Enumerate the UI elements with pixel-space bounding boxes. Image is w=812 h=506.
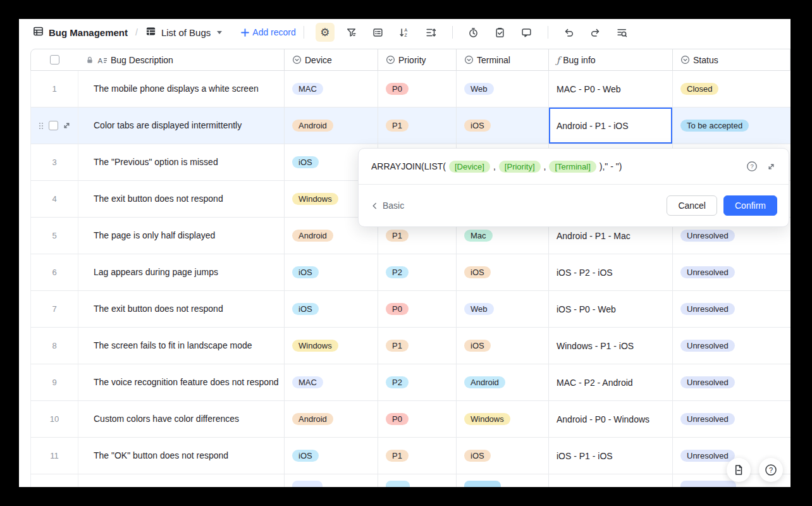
expand-icon[interactable] — [766, 162, 776, 171]
device-cell[interactable]: iOS — [284, 438, 378, 474]
device-cell[interactable]: Android — [284, 401, 378, 437]
device-cell[interactable]: Windows — [284, 328, 378, 364]
bug-description-cell[interactable]: The exit button does not respond — [78, 291, 284, 327]
status-cell[interactable]: To be accepted — [672, 108, 790, 144]
row-number-cell[interactable]: 8 — [31, 328, 78, 364]
header-select-all[interactable] — [31, 49, 78, 70]
table-row[interactable]: 6Lag appears during page jumpsiOSP2iOSiO… — [30, 254, 790, 291]
row-number-cell[interactable]: 10 — [31, 401, 78, 437]
row-number-cell[interactable]: 4 — [31, 181, 78, 217]
status-cell[interactable]: Unresolved — [672, 364, 790, 400]
priority-cell[interactable]: P1 — [378, 328, 456, 364]
table-row[interactable]: 1The mobile phone displays a white scree… — [30, 71, 790, 108]
status-cell[interactable]: Closed — [672, 71, 790, 107]
table-row[interactable]: 7The exit button does not respondiOSP0We… — [30, 291, 790, 328]
history-button[interactable] — [464, 23, 483, 42]
column-header-status[interactable]: Status — [672, 49, 790, 70]
priority-cell[interactable]: P0 — [378, 401, 456, 437]
terminal-cell[interactable]: Web — [456, 71, 548, 107]
device-cell[interactable]: iOS — [284, 291, 378, 327]
row-checkbox[interactable] — [49, 121, 58, 130]
formula-input[interactable]: ARRAYJOIN(LIST( [Device] , [Priority] , … — [359, 149, 789, 184]
select-all-checkbox[interactable] — [50, 55, 59, 65]
row-number-cell[interactable] — [31, 474, 78, 487]
terminal-cell[interactable]: Android — [456, 364, 548, 400]
terminal-cell[interactable]: iOS — [456, 438, 548, 474]
confirm-button[interactable]: Confirm — [723, 195, 777, 216]
row-number-cell[interactable]: 5 — [31, 218, 78, 254]
bug-info-cell[interactable]: iOS - P1 - iOS — [548, 438, 672, 474]
field-token-terminal[interactable]: [Terminal] — [549, 161, 596, 173]
bug-info-cell[interactable]: Windows - P1 - iOS — [548, 328, 672, 364]
column-header-priority[interactable]: Priority — [378, 49, 456, 70]
device-cell[interactable]: iOS — [284, 254, 378, 290]
expand-record-icon[interactable] — [62, 121, 71, 130]
back-to-basic-button[interactable]: Basic — [371, 201, 404, 211]
hide-fields-button[interactable] — [369, 23, 388, 42]
terminal-cell[interactable]: Web — [456, 291, 548, 327]
status-cell[interactable]: Unresolved — [672, 254, 790, 290]
priority-cell[interactable]: P2 — [378, 254, 456, 290]
templates-fab-button[interactable] — [727, 458, 751, 482]
bug-description-cell[interactable] — [78, 474, 284, 487]
field-token-priority[interactable]: [Priority] — [499, 161, 541, 173]
filter-button[interactable] — [342, 23, 361, 42]
priority-cell[interactable] — [378, 474, 456, 487]
table-row[interactable]: 11The "OK" button does not respondiOSP1i… — [30, 438, 790, 474]
bug-info-cell-selected[interactable]: Android - P1 - iOS — [548, 108, 672, 144]
device-cell[interactable]: MAC — [284, 71, 378, 107]
bug-info-cell[interactable]: MAC - P0 - Web — [548, 71, 672, 107]
table-row[interactable]: 9The voice recognition feature does not … — [30, 364, 790, 401]
table-row[interactable]: 10Custom colors have color differencesAn… — [30, 401, 790, 438]
device-cell[interactable] — [284, 474, 378, 487]
row-number-cell[interactable]: 3 — [31, 144, 78, 180]
undo-button[interactable] — [560, 23, 579, 42]
bug-info-cell[interactable] — [548, 474, 672, 487]
table-row[interactable] — [30, 474, 790, 487]
row-number-cell[interactable]: 6 — [31, 254, 78, 290]
form-button[interactable] — [491, 23, 510, 42]
redo-button[interactable] — [586, 23, 605, 42]
bug-description-cell[interactable]: Custom colors have color differences — [78, 401, 284, 437]
bug-description-cell[interactable]: The exit button does not respond — [78, 181, 284, 217]
bug-info-cell[interactable]: MAC - P2 - Android — [548, 364, 672, 400]
priority-cell[interactable]: P0 — [378, 71, 456, 107]
status-cell[interactable]: Unresolved — [672, 401, 790, 437]
device-cell[interactable]: MAC — [284, 364, 378, 400]
bug-description-cell[interactable]: The mobile phone displays a white screen — [78, 71, 284, 107]
bug-description-cell[interactable]: The page is only half displayed — [78, 218, 284, 254]
cancel-button[interactable]: Cancel — [667, 195, 717, 216]
help-icon[interactable]: ? — [746, 161, 758, 172]
status-cell[interactable]: Unresolved — [672, 291, 790, 327]
device-cell[interactable]: Android — [284, 108, 378, 144]
row-height-button[interactable] — [422, 23, 441, 42]
bug-description-cell[interactable]: The "OK" button does not respond — [78, 438, 284, 474]
column-header-bug-description[interactable]: A Bug Description — [78, 49, 284, 70]
terminal-cell[interactable]: iOS — [456, 108, 548, 144]
column-header-device[interactable]: Device — [284, 49, 378, 70]
comment-button[interactable] — [517, 23, 536, 42]
drag-handle-icon[interactable] — [37, 121, 45, 131]
priority-cell[interactable]: P1 — [378, 438, 456, 474]
bug-info-cell[interactable]: iOS - P2 - iOS — [548, 254, 672, 290]
row-number-cell[interactable]: 9 — [31, 364, 78, 400]
sort-button[interactable]: AZ — [395, 23, 414, 42]
priority-cell[interactable]: P1 — [378, 108, 456, 144]
terminal-cell[interactable] — [456, 474, 548, 487]
row-number-cell[interactable]: 1 — [31, 71, 78, 107]
row-number-cell[interactable]: 11 — [31, 438, 78, 474]
terminal-cell[interactable]: Windows — [456, 401, 548, 437]
help-fab-button[interactable]: ? — [759, 458, 783, 482]
bug-description-cell[interactable]: The "Previous" option is missed — [78, 144, 284, 180]
bug-description-cell[interactable]: The screen fails to fit in landscape mod… — [78, 328, 284, 364]
view-settings-button[interactable]: ⚙ — [316, 23, 335, 42]
priority-cell[interactable]: P2 — [378, 364, 456, 400]
bug-description-cell[interactable]: The voice recognition feature does not r… — [78, 364, 284, 400]
search-records-button[interactable] — [613, 23, 632, 42]
column-header-terminal[interactable]: Terminal — [456, 49, 548, 70]
bug-info-cell[interactable]: iOS - P0 - Web — [548, 291, 672, 327]
priority-cell[interactable]: P0 — [378, 291, 456, 327]
status-cell[interactable]: Unresolved — [672, 328, 790, 364]
bug-info-cell[interactable]: Android - P0 - Windows — [548, 401, 672, 437]
bug-description-cell[interactable]: Lag appears during page jumps — [78, 254, 284, 290]
